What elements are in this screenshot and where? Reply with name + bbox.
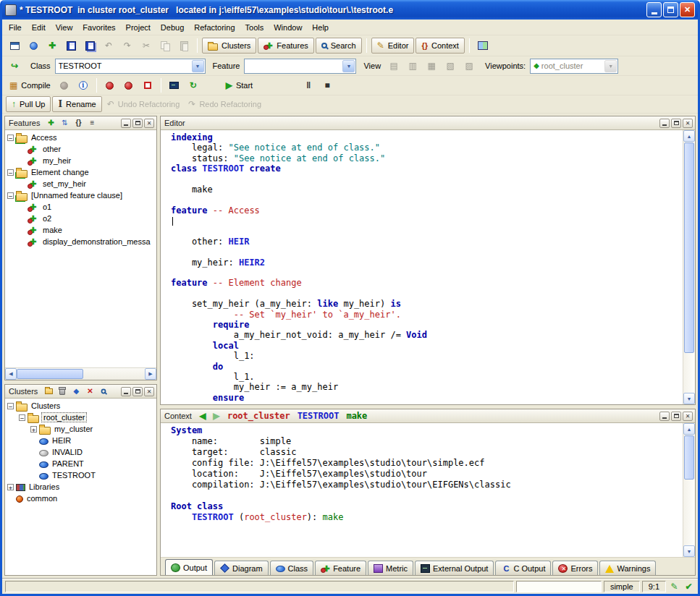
- copy-icon[interactable]: [156, 38, 174, 54]
- context-vscroll-thumb[interactable]: [684, 435, 694, 480]
- scroll-up-icon[interactable]: ▲: [683, 130, 695, 142]
- cluster-item-heir[interactable]: HEIR: [5, 435, 156, 446]
- sort-icon[interactable]: ⇅: [59, 118, 70, 129]
- close-panel-button[interactable]: ✕: [683, 412, 693, 421]
- diagram-tool-icon[interactable]: [474, 38, 492, 54]
- tab-c-output[interactable]: C Output: [495, 561, 551, 575]
- cluster-item-common[interactable]: common: [5, 493, 156, 504]
- stop-button[interactable]: ■: [319, 77, 336, 93]
- signature-icon[interactable]: {}: [72, 118, 84, 129]
- feature-item-unnamed-feature-clause[interactable]: −[Unnamed feature clause]: [5, 190, 156, 201]
- history-back-icon[interactable]: ◀: [197, 411, 208, 422]
- menu-view[interactable]: View: [51, 21, 78, 34]
- minimize-panel-button[interactable]: [121, 119, 131, 128]
- redo-refactoring-button[interactable]: ↷Redo Refactoring: [185, 100, 265, 108]
- list-view-icon[interactable]: ≡: [86, 118, 98, 129]
- cluster-item-root-cluster[interactable]: −root_cluster: [5, 412, 156, 423]
- feature-item-set-my-heir[interactable]: set_my_heir: [5, 178, 156, 190]
- scroll-right-icon[interactable]: ▶: [145, 368, 156, 380]
- pull-up-button[interactable]: ↑Pull Up: [6, 96, 51, 112]
- clusters-tool-button[interactable]: Clusters: [202, 38, 256, 54]
- feature-item-display-demonstration-messa[interactable]: display_demonstration_messa: [5, 236, 156, 247]
- menu-window[interactable]: Window: [269, 21, 307, 34]
- menu-refactoring[interactable]: Refactoring: [189, 21, 240, 34]
- collapse-icon[interactable]: −: [7, 403, 14, 409]
- collapse-icon[interactable]: −: [19, 414, 25, 421]
- menu-help[interactable]: Help: [307, 21, 334, 34]
- new-item-icon[interactable]: ✚: [43, 38, 61, 54]
- maximize-panel-button[interactable]: [671, 412, 681, 421]
- class-combo-arrow-icon[interactable]: ▼: [192, 60, 204, 72]
- search-tool-button[interactable]: Search: [316, 38, 362, 54]
- features-hscroll-track[interactable]: [17, 368, 145, 380]
- close-button[interactable]: ✕: [680, 2, 695, 17]
- save-state-icon[interactable]: ✔: [683, 580, 695, 592]
- redo-icon[interactable]: ↷: [119, 38, 136, 54]
- collapse-icon[interactable]: −: [7, 135, 14, 141]
- tree-label[interactable]: PARENT: [51, 459, 85, 468]
- tree-label[interactable]: Libraries: [28, 482, 61, 491]
- tree-label[interactable]: [Unnamed feature clause]: [30, 191, 124, 200]
- minimize-panel-button[interactable]: [659, 119, 670, 128]
- console-icon[interactable]: [166, 77, 183, 93]
- menu-edit[interactable]: Edit: [27, 21, 51, 34]
- tab-output[interactable]: Output: [165, 559, 213, 575]
- context-panel-header[interactable]: Context ◀ ▶ root_clusterTESTROOTmake ✕: [161, 409, 695, 423]
- cut-icon[interactable]: ✂: [138, 38, 155, 54]
- add-cluster-icon[interactable]: [43, 386, 54, 397]
- tab-feature[interactable]: Feature: [315, 561, 366, 575]
- feature-item-my-heir[interactable]: my_heir: [5, 155, 156, 166]
- tree-label[interactable]: common: [25, 494, 59, 503]
- class-combo[interactable]: TESTROOT ▼: [55, 59, 206, 74]
- interface-view-icon[interactable]: ▨: [460, 58, 478, 74]
- collapse-icon[interactable]: −: [7, 169, 14, 176]
- context-tool-button[interactable]: {}Context: [416, 38, 464, 54]
- tab-errors[interactable]: Errors: [552, 561, 598, 575]
- undo-refactoring-button[interactable]: ↶Undo Refactoring: [104, 100, 184, 108]
- viewpoints-combo[interactable]: ◆ root_cluster ▼: [530, 59, 618, 74]
- tree-label[interactable]: other: [41, 145, 62, 153]
- tree-label[interactable]: o1: [41, 203, 53, 211]
- tab-warnings[interactable]: Warnings: [599, 561, 656, 575]
- save-all-icon[interactable]: [81, 38, 98, 54]
- scroll-down-icon[interactable]: ▼: [683, 393, 695, 404]
- breadcrumb-testroot[interactable]: TESTROOT: [298, 411, 340, 421]
- cluster-item-my-cluster[interactable]: +my_cluster: [5, 423, 156, 435]
- breadcrumb-make[interactable]: make: [346, 411, 367, 421]
- tree-label[interactable]: make: [41, 226, 64, 234]
- info-icon[interactable]: i: [75, 77, 92, 93]
- maximize-panel-button[interactable]: [671, 119, 681, 128]
- tree-label[interactable]: o2: [41, 214, 53, 223]
- maximize-panel-button[interactable]: [132, 119, 143, 128]
- cluster-item-libraries[interactable]: +Libraries: [5, 481, 156, 493]
- open-in-new-tab-icon[interactable]: ↪: [6, 58, 23, 74]
- editor-vscroll-thumb[interactable]: [684, 142, 694, 353]
- melt-icon[interactable]: [56, 77, 73, 93]
- tree-label[interactable]: set_my_heir: [41, 179, 88, 188]
- features-hscrollbar[interactable]: ◀ ▶: [5, 367, 156, 380]
- title-bar[interactable]: * TESTROOT in cluster root_cluster locat…: [2, 0, 698, 20]
- features-tool-button[interactable]: Features: [258, 38, 313, 54]
- cluster-item-parent[interactable]: PARENT: [5, 458, 156, 469]
- expand-icon[interactable]: +: [30, 426, 37, 433]
- tree-label[interactable]: root_cluster: [41, 412, 87, 422]
- scroll-up-icon[interactable]: ▲: [683, 423, 695, 435]
- basic-view-icon[interactable]: ▤: [385, 58, 402, 74]
- tree-label[interactable]: display_demonstration_messa: [41, 237, 152, 246]
- tree-label[interactable]: HEIR: [51, 436, 72, 445]
- editor-code-area[interactable]: indexing legal: "See notice at end of cl…: [161, 130, 683, 404]
- rename-button[interactable]: IRename: [52, 96, 101, 112]
- feature-item-o2[interactable]: o2: [5, 213, 156, 224]
- cluster-item-invalid[interactable]: INVALID: [5, 446, 156, 458]
- tree-label[interactable]: INVALID: [51, 448, 84, 456]
- tab-diagram[interactable]: Diagram: [214, 561, 269, 575]
- feature-item-o1[interactable]: o1: [5, 201, 156, 213]
- minimize-panel-button[interactable]: [659, 412, 670, 421]
- refresh-icon[interactable]: ↻: [185, 77, 202, 93]
- minimize-panel-button[interactable]: [121, 387, 131, 396]
- search-cluster-icon[interactable]: [98, 386, 109, 397]
- cluster-item-testroot[interactable]: TESTROOT: [5, 469, 156, 481]
- features-hscroll-thumb[interactable]: [17, 369, 83, 379]
- clickable-view-icon[interactable]: ▥: [404, 58, 421, 74]
- editor-panel-header[interactable]: Editor ✕: [161, 116, 695, 130]
